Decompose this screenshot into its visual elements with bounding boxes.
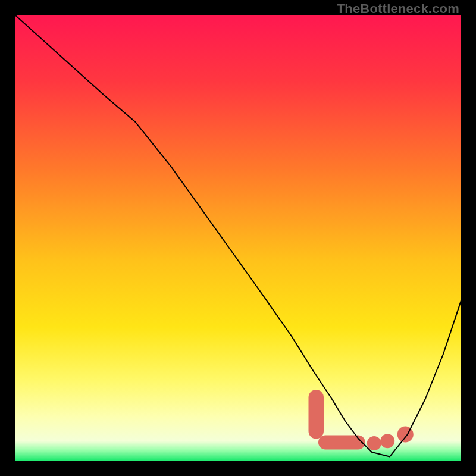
svg-point-2	[367, 436, 381, 450]
chart-svg	[15, 15, 461, 461]
chart-frame	[15, 15, 461, 461]
svg-point-3	[380, 434, 394, 448]
svg-rect-0	[309, 390, 324, 439]
watermark-text: TheBottleneck.com	[337, 1, 459, 17]
gradient-background	[15, 15, 461, 461]
